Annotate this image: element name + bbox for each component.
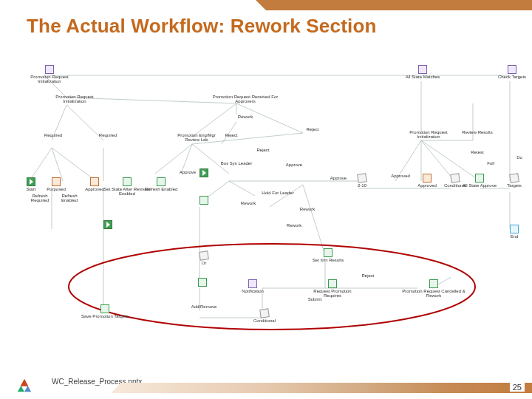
node-targets: Targets <box>494 174 532 188</box>
node-or: Or <box>183 251 225 265</box>
task-icon <box>328 279 337 288</box>
task-icon <box>429 279 438 288</box>
task-icon <box>157 177 166 186</box>
node-refresh-required: Refresh Required <box>25 194 55 203</box>
task-icon <box>100 304 109 313</box>
slide-title: The Actual Workflow: Rework Section <box>27 15 377 38</box>
footer: WC_Release_Process.pptx 25 <box>0 374 532 399</box>
object-icon <box>509 173 519 183</box>
node-refresh-enabled-2: Refresh Enabled <box>143 177 179 191</box>
svg-line-18 <box>229 181 255 196</box>
task-icon <box>475 174 484 183</box>
node-reject-3: Reject <box>242 148 284 152</box>
node-all-state-approve: All State Approve <box>461 174 498 188</box>
object-icon <box>45 65 54 74</box>
node-required-2: Required <box>87 133 129 137</box>
node-cancelled-rework: Promotion Request Cancelled & Rework <box>400 279 467 299</box>
state-icon <box>52 177 61 186</box>
node-promotion-init-2: Promotion Request Initialization <box>399 130 458 140</box>
node-rework-1: Rework <box>228 201 269 205</box>
node-rework-top: Rework <box>225 115 266 119</box>
logo-icon <box>16 377 33 393</box>
node-retest: Retest <box>457 150 498 154</box>
workflow-diagram: Promotion Request Initialization All Sta… <box>7 59 525 355</box>
node-required-1: Required <box>33 133 74 137</box>
svg-line-9 <box>192 103 236 137</box>
svg-line-43 <box>303 185 325 255</box>
decision-icon <box>450 173 460 183</box>
state-icon <box>423 174 432 183</box>
node-end: End <box>494 225 532 239</box>
svg-line-42 <box>270 185 303 207</box>
node-rework-3: Rework <box>287 207 328 211</box>
node-received-for-approvers: Promotion Request Received For Approvers <box>208 95 282 104</box>
svg-line-7 <box>52 148 63 181</box>
page-number: 25 <box>510 383 525 392</box>
node-notification: Notification <box>232 279 273 293</box>
start-icon <box>27 177 35 186</box>
node-do: Do <box>499 155 532 160</box>
node-check-targets: Check Targets <box>491 65 532 79</box>
task-icon <box>200 168 208 177</box>
node-block-1 <box>183 168 225 178</box>
node-block-3 <box>183 196 225 205</box>
object-icon <box>357 173 367 183</box>
node-submit: Submit <box>294 297 335 301</box>
state-icon <box>90 177 99 186</box>
slide: The Actual Workflow: Rework Section <box>0 0 532 399</box>
node-review-results: Review Results <box>457 130 498 134</box>
node-hold-for-leader: Hold For Leader <box>257 191 299 195</box>
node-rework-2: Rework <box>273 223 315 228</box>
svg-line-6 <box>30 148 52 181</box>
node-conditional-2: Conditional <box>244 309 285 323</box>
node-all-state-matches: All State Matches <box>402 65 443 79</box>
end-icon <box>510 225 519 233</box>
node-eng-mgr-review: Promotion Eng/Mgr Review Lab <box>173 133 220 143</box>
node-request-promotion-req: Request Promotion Requires <box>306 279 359 299</box>
decision-icon <box>259 308 270 318</box>
node-promotion-init-top: Promotion Request Initialization <box>24 65 75 84</box>
task-icon <box>198 278 207 287</box>
task-icon <box>103 220 112 229</box>
node-refresh-enabled-1: Refresh Enabled <box>55 194 84 203</box>
task-icon <box>324 248 332 257</box>
node-promotion-init-1: Promotion Request Initialization <box>44 95 105 104</box>
node-approve-2: Approve <box>273 163 315 167</box>
header-accent-bar <box>266 0 532 10</box>
node-start: Start <box>10 177 52 191</box>
node-full: Full <box>470 161 511 166</box>
node-bus-sys-leader: Bus Sys Leader <box>216 161 257 166</box>
footer-accent-bar <box>111 383 532 393</box>
object-icon <box>508 65 516 74</box>
object-icon <box>418 65 427 74</box>
task-icon <box>123 177 132 186</box>
svg-line-8 <box>52 148 96 181</box>
node-add-remove: Add/Remove <box>180 304 228 309</box>
node-block-2 <box>87 220 129 230</box>
node-reject-2: Reject <box>292 127 333 132</box>
node-block-4 <box>182 278 223 287</box>
node-save-targets: Save Promotion Targets <box>81 304 129 318</box>
node-2-10: 2-10 <box>341 174 383 188</box>
mail-icon <box>248 279 257 288</box>
or-gate-icon <box>199 250 209 260</box>
node-reject-4: Reject <box>347 273 389 278</box>
node-set-results: Set It/In Results <box>307 248 349 262</box>
task-icon <box>200 196 208 205</box>
